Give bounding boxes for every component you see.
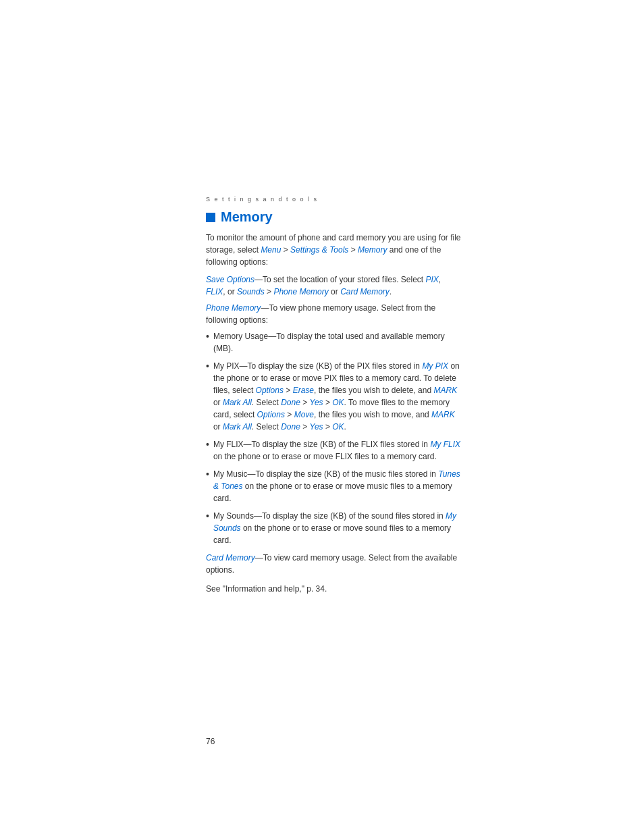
ok-link2[interactable]: OK	[332, 422, 344, 432]
mark-all-link2[interactable]: Mark All	[223, 422, 252, 432]
list-item: Memory Usage—To display the total used a…	[206, 330, 462, 355]
see-info-paragraph: See "Information and help," p. 34.	[206, 583, 462, 595]
bullet-2-text1: —To display the size (KB) of the PIX fil…	[240, 361, 423, 371]
ok-link[interactable]: OK	[332, 398, 344, 407]
list-item: My Sounds—To display the size (KB) of th…	[206, 510, 462, 546]
save-options-title[interactable]: Save Options	[206, 275, 254, 284]
card-memory-title[interactable]: Card Memory	[206, 553, 255, 563]
bullet-5-text1: —To display the size (KB) of the sound f…	[254, 511, 446, 521]
settings-tools-link[interactable]: Settings & Tools	[290, 245, 348, 255]
memory-usage-title[interactable]: Memory Usage	[213, 332, 268, 341]
page: S e t t i n g s a n d t o o l s Memory T…	[0, 0, 644, 834]
page-title: Memory	[221, 209, 273, 225]
my-flix-title[interactable]: My FLIX	[213, 440, 244, 449]
phone-memory-link[interactable]: Phone Memory	[273, 287, 328, 296]
mark-link[interactable]: MARK	[433, 386, 457, 395]
intro-sep2: >	[348, 245, 358, 255]
or2: or	[213, 422, 223, 432]
arrow5: >	[300, 422, 310, 432]
page-number: 76	[206, 737, 215, 746]
menu-link[interactable]: Menu	[261, 245, 281, 255]
bullet-4-text2: on the phone or to erase or move music f…	[213, 481, 452, 503]
bullet-2-content: My PIX—To display the size (KB) of the P…	[213, 360, 462, 433]
bullet-4-content: My Music—To display the size (KB) of the…	[213, 468, 462, 504]
done-link[interactable]: Done	[281, 398, 300, 407]
my-pix-title[interactable]: My PIX	[213, 361, 240, 371]
blue-square-icon	[206, 213, 215, 222]
arrow6: >	[323, 422, 333, 432]
intro-sep1: >	[281, 245, 290, 255]
list-item: My FLIX—To display the size (KB) of the …	[206, 438, 462, 463]
my-sounds-title[interactable]: My Sounds	[213, 511, 254, 521]
period: .	[390, 287, 392, 296]
my-flix-link[interactable]: My FLIX	[430, 440, 460, 449]
save-options-text: —To set the location of your stored file…	[254, 275, 425, 284]
bullet-1-content: Memory Usage—To display the total used a…	[213, 330, 462, 355]
arrow1: >	[284, 386, 293, 395]
bullet-5-content: My Sounds—To display the size (KB) of th…	[213, 510, 462, 546]
card-memory-block: Card Memory—To view card memory usage. S…	[206, 552, 462, 576]
or: or	[329, 287, 340, 296]
erase-link[interactable]: Erase	[293, 386, 314, 395]
move-link[interactable]: Move	[294, 410, 314, 419]
pix-link[interactable]: PIX	[426, 275, 439, 284]
options-link2[interactable]: Options	[257, 410, 285, 419]
intro-paragraph: To monitor the amount of phone and card …	[206, 232, 462, 268]
flix-link[interactable]: FLIX	[206, 287, 223, 296]
bullet-2-text7: . Select	[252, 422, 281, 432]
yes-link2[interactable]: Yes	[310, 422, 323, 432]
or1: or	[213, 398, 223, 407]
comma2: , or	[223, 287, 237, 296]
comma1: ,	[439, 275, 441, 284]
mark-all-link[interactable]: Mark All	[223, 398, 252, 407]
content-area: S e t t i n g s a n d t o o l s Memory T…	[206, 196, 462, 595]
bullet-2-text4: . Select	[252, 398, 281, 407]
bullet-5-text2: on the phone or to erase or move sound f…	[213, 523, 451, 545]
sounds-link[interactable]: Sounds	[237, 287, 265, 296]
separator: >	[265, 287, 274, 296]
arrow2: >	[300, 398, 310, 407]
options-link[interactable]: Options	[256, 386, 284, 395]
my-pix-link[interactable]: My PIX	[422, 361, 448, 371]
list-item: My Music—To display the size (KB) of the…	[206, 468, 462, 504]
bullet-2-text6: , the files you wish to move, and	[314, 410, 431, 419]
bullet-3-text2: on the phone or to erase or move FLIX fi…	[213, 452, 437, 461]
arrow4: >	[285, 410, 294, 419]
bullet-list: Memory Usage—To display the total used a…	[206, 330, 462, 546]
save-options-block: Save Options—To set the location of your…	[206, 273, 462, 298]
mark-link2[interactable]: MARK	[431, 410, 455, 419]
card-memory-link[interactable]: Card Memory	[340, 287, 390, 296]
my-music-title[interactable]: My Music	[213, 469, 248, 479]
memory-link[interactable]: Memory	[358, 245, 387, 255]
bullet-4-text1: —To display the size (KB) of the music f…	[248, 469, 439, 479]
section-label: S e t t i n g s a n d t o o l s	[206, 196, 462, 203]
section-heading: Memory	[206, 209, 462, 225]
bullet-2-period: .	[344, 422, 346, 432]
phone-memory-block: Phone Memory—To view phone memory usage.…	[206, 302, 462, 326]
bullet-3-content: My FLIX—To display the size (KB) of the …	[213, 438, 462, 463]
bullet-3-text1: —To display the size (KB) of the FLIX fi…	[244, 440, 431, 449]
bullet-2-text3: , the files you wish to delete, and	[314, 386, 433, 395]
phone-memory-title[interactable]: Phone Memory	[206, 303, 261, 313]
done-link2[interactable]: Done	[281, 422, 300, 432]
yes-link[interactable]: Yes	[310, 398, 323, 407]
list-item: My PIX—To display the size (KB) of the P…	[206, 360, 462, 433]
arrow3: >	[323, 398, 333, 407]
